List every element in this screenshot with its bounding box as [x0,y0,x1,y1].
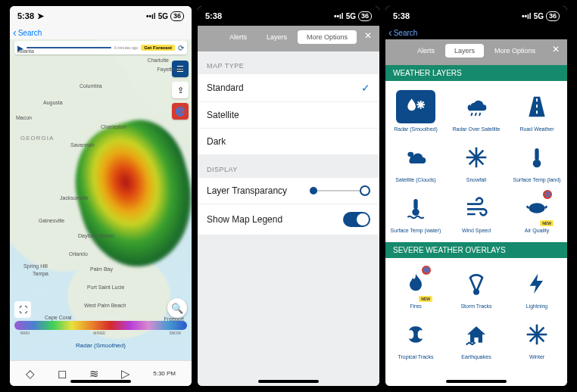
layers-icon[interactable]: ≋ [89,367,99,381]
home-indicator[interactable] [258,380,319,383]
raindrop-snowflake-icon [396,90,435,123]
status-time: 5:38 [205,11,222,20]
network-type: 5G [346,12,356,20]
signal-icon: ••ıl [334,12,344,20]
city-wpb: West Palm Beach [84,303,126,308]
new-badge: NEW [419,296,432,302]
layer-label: Radar Over Satellite [452,126,500,132]
snowflake-icon [457,141,496,174]
layer-wind-speed[interactable]: Wind Speed [446,187,507,238]
city-gainesville: Gainesville [39,218,64,223]
map-type-dark[interactable]: Dark [198,129,379,155]
layer-tropical-tracks[interactable]: Tropical Tracks [385,313,446,364]
city-macon: Macon [16,115,32,120]
status-bar: 5:38 ••ıl 5G 36 [385,6,567,26]
layer-road-weather[interactable]: Road Weather [507,86,567,136]
timeline-slider[interactable] [27,47,111,48]
hurricane-badge-icon: 🌀 [543,190,552,199]
close-icon[interactable]: ✕ [552,44,560,54]
row-label: Layer Transparancy [207,185,287,196]
get-forecast-button[interactable]: Get Forecast [141,45,175,51]
legend-mixed: MIXED [93,331,105,335]
check-icon: ✓ [361,82,370,94]
layer-label: Lightning [526,303,547,309]
city-columbia: Columbia [80,83,102,89]
road-icon [517,90,557,123]
status-bar: 5:38 ➤ ••ıl 5G 36 [10,6,192,26]
options-panel: MAP TYPE Standard ✓ Satellite Dark DISPL… [198,51,379,386]
city-psl: Port Saint Lucie [87,285,124,290]
layer-surface-temp-water[interactable]: Surface Temp (water) [385,187,446,238]
city-orlando: Orlando [69,251,88,257]
back-search-link[interactable]: Search [385,26,567,39]
new-badge: NEW [540,220,554,226]
city-palmbay: Palm Bay [90,266,113,272]
tab-alerts[interactable]: Alerts [220,30,256,44]
layer-storm-tracks[interactable]: Storm Tracks [446,263,507,313]
layer-lightning[interactable]: Lightning [507,263,567,313]
layer-radar-over-satellite[interactable]: Radar Over Satellite [446,86,507,136]
city-atlanta: Atlanta [17,48,34,54]
city-capecoral: Cape Coral [45,315,71,320]
status-time: 5:38 [393,11,410,20]
layer-label: Surface Temp (water) [391,228,441,233]
search-icon[interactable]: 🔍 [167,298,187,318]
layer-fires[interactable]: 🌀 NEW Fires [385,263,446,313]
radar-legend: RAIN MIXED SNOW [14,321,187,339]
layer-label: Snowfall [466,177,486,182]
svg-point-4 [412,209,419,216]
svg-point-6 [474,290,478,294]
hurricane-icon[interactable]: 🌀 [172,103,189,120]
legend-snow: SNOW [169,331,181,335]
layer-surface-temp-land[interactable]: Surface Temp (land) [507,136,567,187]
layer-radar-smoothed[interactable]: Radar (Smoothed) [385,86,446,136]
legend-toggle[interactable] [343,212,370,227]
layer-label: Fires [410,303,422,309]
display-header: DISPLAY [198,155,379,178]
radar-map[interactable]: ▶ 6 minutes ago Get Forecast ⟳ ☰ ⇪ 🌀 GEO… [10,39,192,360]
bottom-time: 5:30 PM [153,370,176,377]
close-icon[interactable]: ✕ [364,30,372,41]
svg-rect-3 [413,199,417,209]
fullscreen-icon[interactable]: ⛶ [14,301,31,318]
status-bar: 5:38 ••ıl 5G 36 [198,6,379,26]
earthquake-house-icon [457,318,496,351]
tab-alerts[interactable]: Alerts [408,44,444,58]
wind-icon [457,191,496,225]
tab-more-options[interactable]: More Options [485,44,544,58]
severe-overlays-header: SEVERE WEATHER OVERLAYS [385,242,567,258]
layer-satellite-clouds[interactable]: Satellite (Clouds) [385,136,446,187]
tab-layers[interactable]: Layers [445,44,484,58]
legend-gradient [14,321,187,330]
map-type-standard[interactable]: Standard ✓ [198,74,379,102]
home-indicator[interactable] [446,380,507,383]
fire-icon: 🌀 NEW [396,267,435,300]
weather-layers-grid: Radar (Smoothed) Radar Over Satellite Ro… [385,81,567,242]
home-indicator[interactable] [70,380,131,383]
back-search-link[interactable]: Search [10,26,192,39]
dim-overlay: Alerts Layers More Options ✕ [198,26,379,51]
timeline-ago: 6 minutes ago [114,45,138,50]
transparency-slider[interactable] [310,185,370,196]
layer-winter[interactable]: Winter [507,313,567,364]
location-icon[interactable]: ◇ [26,367,35,381]
share-icon[interactable]: ⇪ [172,82,189,98]
row-label: Standard [207,82,244,93]
tab-layers[interactable]: Layers [257,30,296,44]
city-daytona: Daytona Beach [78,233,114,238]
play-outline-icon[interactable]: ▷ [121,367,130,381]
layer-label: Radar (Smoothed) [394,126,438,132]
refresh-icon[interactable]: ⟳ [178,44,184,52]
tab-more-options[interactable]: More Options [298,30,357,44]
map-type-satellite[interactable]: Satellite [198,102,379,129]
layer-air-quality[interactable]: 🌀 NEW Air Quality [507,187,567,238]
status-time: 5:38 [17,11,34,20]
bookmark-icon[interactable]: ◻ [58,367,67,381]
cloud-rain-icon [457,90,496,123]
layer-earthquakes[interactable]: Earthquakes [446,313,507,364]
layers-panel[interactable]: WEATHER LAYERS Radar (Smoothed) Radar Ov… [385,65,567,386]
row-label: Show Map Legend [207,214,282,225]
layer-snowfall[interactable]: Snowfall [446,136,507,187]
layer-label: Winter [529,354,544,359]
show-legend-row: Show Map Legend [198,204,379,235]
